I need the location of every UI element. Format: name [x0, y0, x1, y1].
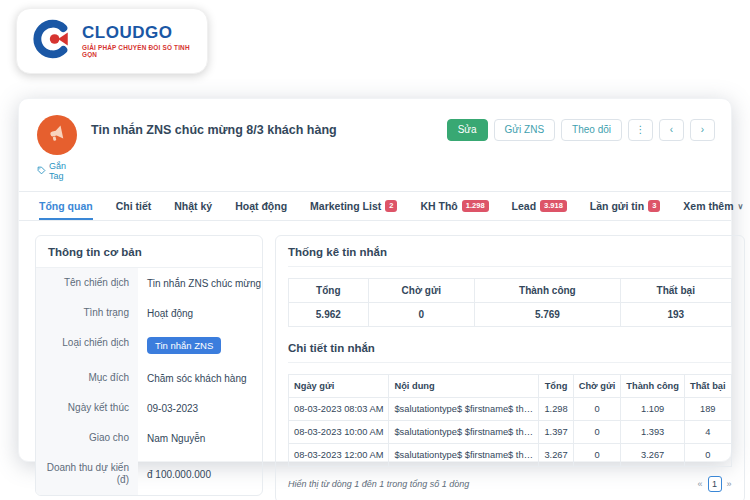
cell-number: 0 [573, 398, 621, 421]
detail-header: Chờ gửi [573, 375, 621, 398]
stats-value: 0 [368, 303, 474, 327]
tab-kh-tho[interactable]: KH Thô1.298 [420, 192, 488, 220]
cell-number: 1.393 [621, 421, 685, 444]
campaign-type-pill: Tin nhắn ZNS [147, 337, 221, 354]
tab-lead[interactable]: Lead3.918 [512, 192, 567, 220]
tab-hoat-ong[interactable]: Hoạt động [235, 192, 287, 220]
table-footer-text: Hiển thị từ dòng 1 đến 1 trong tổng số 1… [288, 479, 469, 489]
stats-value: 5.962 [289, 303, 369, 327]
detail-header: Thất bại [684, 375, 731, 398]
tab-marketing-list[interactable]: Marketing List2 [310, 192, 397, 220]
tab-chi-tiet[interactable]: Chi tiết [116, 192, 152, 220]
details-section-title: Chi tiết tin nhắn [288, 342, 732, 363]
cell-number: 0 [684, 444, 731, 467]
cloudgo-logo-icon [31, 18, 73, 64]
follow-button[interactable]: Theo dõi [561, 119, 622, 141]
message-detail-table: Ngày gửiNội dungTổngChờ gửiThành côngThấ… [288, 374, 732, 467]
info-row-giao-cho: Giao choNam Nguyễn [36, 423, 262, 453]
info-row-ngay-ket-thuc: Ngày kết thúc09-03-2023 [36, 393, 262, 423]
pagination: « 1 » [698, 476, 732, 492]
more-actions-button[interactable]: ⋮ [628, 119, 653, 141]
cell-number: 0 [573, 421, 621, 444]
cell-number: 4 [684, 421, 731, 444]
info-label: Loại chiến dịch [36, 328, 138, 363]
table-row: 08-03-2023 12:00 AM$salutationtype$ $fir… [289, 444, 732, 467]
tab-label: Lần gửi tin [590, 200, 644, 212]
detail-header: Tổng [539, 375, 573, 398]
logo-tagline: GIẢI PHÁP CHUYỂN ĐỔI SỐ TINH GỌN [82, 44, 197, 58]
tab-count-badge: 3.918 [540, 200, 567, 212]
info-value: đ 100.000.000 [138, 453, 262, 495]
cell-number: 1.298 [539, 398, 573, 421]
detail-header: Ngày gửi [289, 375, 389, 398]
cell-send-date: 08-03-2023 12:00 AM [289, 444, 389, 467]
cell-number: 1.397 [539, 421, 573, 444]
basic-info-panel: Thông tin cơ bản Tên chiến dịchTin nhắn … [35, 235, 263, 496]
tab-count-badge: 1.298 [462, 200, 489, 212]
info-value: Nam Nguyễn [138, 423, 262, 453]
tab-tong-quan[interactable]: Tổng quan [39, 192, 93, 220]
table-row: 08-03-2023 10:00 AM$salutationtype$ $fir… [289, 421, 732, 444]
next-record-button[interactable]: › [690, 119, 715, 141]
add-tag-label: Gắn Tag [49, 161, 81, 181]
info-label: Tên chiến dịch [36, 268, 138, 298]
tab-xem-them[interactable]: Xem thêm∨ [683, 192, 743, 220]
campaign-detail-card: Tin nhắn ZNS chúc mừng 8/3 khách hàng Sử… [18, 98, 732, 462]
megaphone-icon [47, 123, 67, 147]
stats-header: Thành công [474, 279, 620, 303]
info-label: Giao cho [36, 423, 138, 453]
info-row-tinh-trang: Tình trạngHoạt động [36, 298, 262, 328]
detail-header: Nội dung [389, 375, 539, 398]
stats-header: Thất bại [620, 279, 731, 303]
pagination-page-1[interactable]: 1 [708, 476, 722, 492]
cell-send-date: 08-03-2023 10:00 AM [289, 421, 389, 444]
info-value: 09-03-2023 [138, 393, 262, 423]
tab-label: Lead [512, 200, 537, 212]
pagination-next[interactable]: » [727, 479, 732, 489]
info-row-loai-chien-dich: Loại chiến dịchTin nhắn ZNS [36, 328, 262, 363]
info-label: Mục đích [36, 363, 138, 393]
info-label: Ngày kết thúc [36, 393, 138, 423]
stats-header: Chờ gửi [368, 279, 474, 303]
cell-number: 189 [684, 398, 731, 421]
tab-bar: Tổng quanChi tiếtNhật kýHoạt độngMarketi… [19, 191, 731, 221]
tag-icon [37, 166, 46, 177]
campaign-header: Tin nhắn ZNS chúc mừng 8/3 khách hàng Sử… [19, 99, 731, 159]
table-row: 08-03-2023 08:03 AM$salutationtype$ $fir… [289, 398, 732, 421]
campaign-avatar [37, 115, 77, 155]
cell-send-date: 08-03-2023 08:03 AM [289, 398, 389, 421]
info-value: Tin nhắn ZNS chúc mừng 8... [138, 268, 262, 298]
cell-number: 0 [573, 444, 621, 467]
tab-nhat-ky[interactable]: Nhật ký [174, 192, 212, 220]
stats-section-title: Thống kê tin nhắn [288, 246, 732, 267]
tab-lan-gui-tin[interactable]: Lần gửi tin3 [590, 192, 660, 220]
cell-number: 3.267 [621, 444, 685, 467]
cloudgo-logo: CLOUDGO GIẢI PHÁP CHUYỂN ĐỔI SỐ TINH GỌN [16, 8, 208, 74]
page-title: Tin nhắn ZNS chúc mừng 8/3 khách hàng [91, 123, 337, 155]
add-tag-link[interactable]: Gắn Tag [19, 159, 99, 191]
cell-content: $salutationtype$ $firstname$ thân mến,..… [389, 444, 539, 467]
tab-label: Chi tiết [116, 200, 152, 212]
prev-record-button[interactable]: ‹ [659, 119, 684, 141]
chevron-down-icon: ∨ [737, 202, 743, 211]
tab-count-badge: 3 [648, 200, 660, 212]
info-value: Hoạt động [138, 298, 262, 328]
tab-count-badge: 2 [385, 200, 397, 212]
info-value: Tin nhắn ZNS [138, 328, 262, 363]
tab-label: Hoạt động [235, 200, 287, 212]
send-zns-button[interactable]: Gửi ZNS [494, 119, 555, 141]
tab-label: Nhật ký [174, 200, 212, 212]
tab-label: Tổng quan [39, 200, 93, 212]
cell-content: $salutationtype$ $firstname$ thân mến,..… [389, 398, 539, 421]
tab-label: Xem thêm [683, 200, 733, 212]
stats-value: 193 [620, 303, 731, 327]
info-label: Doanh thu dự kiến (đ) [36, 453, 138, 495]
edit-button[interactable]: Sửa [447, 119, 488, 141]
basic-info-title: Thông tin cơ bản [36, 236, 262, 268]
pagination-prev[interactable]: « [698, 479, 703, 489]
message-stats-panel: Thống kê tin nhắn TổngChờ gửiThành côngT… [275, 235, 745, 500]
tab-label: KH Thô [420, 200, 457, 212]
cell-content: $salutationtype$ $firstname$ thân mến,..… [389, 421, 539, 444]
info-row-doanh-thu-du-kien: Doanh thu dự kiến (đ)đ 100.000.000 [36, 453, 262, 495]
detail-header: Thành công [621, 375, 685, 398]
